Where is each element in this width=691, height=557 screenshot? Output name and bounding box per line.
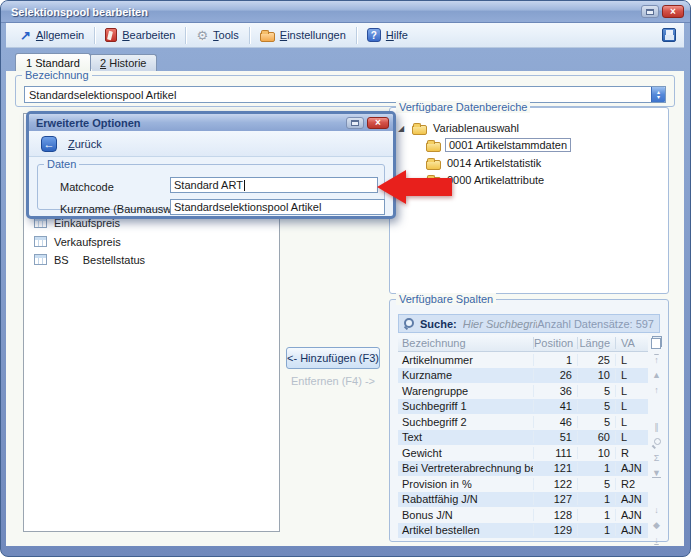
menu-allgemein-label: Allgemein [36, 29, 84, 41]
column-header-bezeichnung[interactable]: Bezeichnung [398, 337, 534, 349]
cell-name: Text [398, 431, 534, 443]
table-header[interactable]: Bezeichnung Position Länge VA [398, 335, 648, 352]
folder-icon [412, 125, 427, 135]
menu-bearbeiten[interactable]: Bearbeiten [99, 26, 181, 44]
cell-laenge: 10 [578, 369, 616, 381]
expander-icon[interactable]: ◢ [398, 124, 408, 133]
scroll-bottom-icon[interactable]: ↓ [648, 533, 665, 548]
matchcode-value: Standard ART [174, 179, 243, 191]
back-button[interactable]: ← Zurück [37, 134, 106, 154]
search-small-icon[interactable] [652, 438, 662, 448]
step-down-icon[interactable]: ↓ [648, 503, 665, 518]
list-item[interactable]: BS Bestellstatus [24, 251, 279, 268]
kurzname-input[interactable]: Standardselektionspool Artikel [170, 199, 385, 215]
column-header-laenge[interactable]: Länge [578, 337, 616, 349]
spalten-group: Verfügbare Spalten Suche: Hier Suchbegri… [389, 299, 669, 542]
cell-va: L [616, 431, 648, 443]
cell-va: AJN [616, 509, 648, 521]
kurzname-value: Standardselektionspool Artikel [174, 201, 321, 213]
pin-icon[interactable]: ∥ [648, 420, 665, 435]
bezeichnung-combobox[interactable]: Standardselektionspool Artikel ▴ ▾ [24, 86, 666, 103]
menu-tools[interactable]: ⚙ Tools [190, 27, 244, 44]
cell-position: 46 [534, 416, 578, 428]
remove-button-label: Entfernen (F4) -> [291, 375, 375, 387]
restore-button[interactable] [641, 5, 659, 18]
table-row[interactable]: Suchbegriff 2465L [398, 414, 648, 430]
table-row[interactable]: Rabattfähig J/N1271AJN [398, 492, 648, 508]
step-up-icon[interactable]: ↑ [648, 383, 665, 398]
close-button[interactable]: × [662, 5, 684, 18]
cell-va: L [616, 369, 648, 381]
combo-spinner-button[interactable]: ▴ ▾ [651, 87, 665, 102]
copy-icon[interactable] [651, 336, 662, 349]
close-icon: × [375, 118, 381, 128]
table-row[interactable]: Gewicht11110R [398, 445, 648, 461]
column-header-va[interactable]: VA [616, 337, 648, 349]
table-row[interactable]: Warengruppe365L [398, 383, 648, 399]
dialog-titlebar: Erweiterte Optionen × [29, 114, 393, 131]
cell-name: Artikelnummer [398, 354, 534, 366]
diamond-icon[interactable]: ◆ [648, 518, 665, 533]
arrow-body [405, 178, 452, 196]
search-placeholder: Hier Suchbegriff eing [463, 318, 538, 330]
restore-icon [351, 120, 359, 126]
cell-position: 1 [534, 354, 578, 366]
tab-historie[interactable]: 2 Historie [89, 54, 157, 71]
cell-va: L [616, 385, 648, 397]
table-row[interactable]: Text5160L [398, 430, 648, 446]
table-row[interactable]: Bonus J/N1281AJN [398, 507, 648, 523]
search-bar[interactable]: Suche: Hier Suchbegriff eing Anzahl Date… [398, 314, 660, 333]
cell-name: Warengruppe [398, 385, 534, 397]
cell-name: Provision in % [398, 478, 534, 490]
tree-item-label: 0014 Artikelstatistik [447, 157, 541, 169]
table-row[interactable]: Artikelnummer125L [398, 352, 648, 368]
filter-icon[interactable]: ▼ [648, 466, 665, 481]
table-row[interactable]: Artikel bestellen1291AJN [398, 523, 648, 539]
matchcode-input[interactable]: Standard ART [170, 177, 378, 193]
table-row[interactable]: Bei Vertreterabrechnung berücksichtige12… [398, 461, 648, 477]
daten-caption: Daten [44, 158, 79, 170]
move-up-icon[interactable]: ▲ [648, 368, 665, 383]
bezeichnung-group: Bezeichnung Standardselektionspool Artik… [15, 75, 675, 107]
tree-item-artikelstatistik[interactable]: 0014 Artikelstatistik [426, 155, 541, 171]
menu-hilfe-label: Hilfe [386, 29, 408, 41]
dialog-toolbar: ← Zurück [29, 131, 393, 157]
tab-standard[interactable]: 1 Standard [15, 53, 91, 71]
menu-hilfe[interactable]: ? Hilfe [361, 26, 414, 44]
cell-laenge: 1 [578, 462, 616, 474]
add-button[interactable]: <- Hinzufügen (F3) [286, 347, 380, 369]
cell-va: R [616, 447, 648, 459]
cell-laenge: 1 [578, 493, 616, 505]
table-row[interactable]: Provision in %1225R2 [398, 476, 648, 492]
save-icon[interactable] [662, 28, 676, 42]
remove-button-disabled: Entfernen (F4) -> [282, 375, 384, 387]
cell-name: Rabattfähig J/N [398, 493, 534, 505]
sum-icon[interactable]: Σ [648, 451, 665, 466]
arrow-head [377, 170, 406, 204]
daten-group: Daten Matchcode Standard ART Kurzname (B… [37, 164, 385, 210]
tree-item-variablenauswahl[interactable]: ◢ Variablenauswahl [398, 120, 519, 136]
toolbar-separator [185, 27, 186, 44]
dialog-close-button[interactable]: × [367, 117, 389, 129]
cell-va: AJN [616, 493, 648, 505]
table-row[interactable]: Suchbegriff 1415L [398, 399, 648, 415]
cell-position: 41 [534, 400, 578, 412]
menu-bearbeiten-label: Bearbeiten [122, 29, 175, 41]
cell-va: L [616, 400, 648, 412]
cell-va: R2 [616, 478, 648, 490]
cell-name: Gewicht [398, 447, 534, 459]
cell-laenge: 25 [578, 354, 616, 366]
help-icon: ? [367, 28, 381, 42]
menu-allgemein[interactable]: ↗ Allgemein [14, 27, 90, 44]
column-header-position[interactable]: Position [534, 337, 578, 349]
scroll-top-icon[interactable]: ↑ [648, 353, 665, 368]
table-row[interactable]: Kurzname2610L [398, 368, 648, 384]
menu-einstellungen[interactable]: Einstellungen [254, 27, 352, 44]
list-item[interactable]: Verkaufspreis [24, 233, 279, 250]
grid-tool-strip: ↑ ▲ ↑ ∥ Σ ▼ ↓ ◆ ↓ [648, 335, 665, 548]
dialog-restore-button[interactable] [346, 117, 364, 129]
cell-position: 36 [534, 385, 578, 397]
toolbar-separator [356, 27, 357, 44]
tree-item-artikelstammdaten[interactable]: 0001 Artikelstammdaten [426, 137, 571, 153]
toolbar-separator [249, 27, 250, 44]
